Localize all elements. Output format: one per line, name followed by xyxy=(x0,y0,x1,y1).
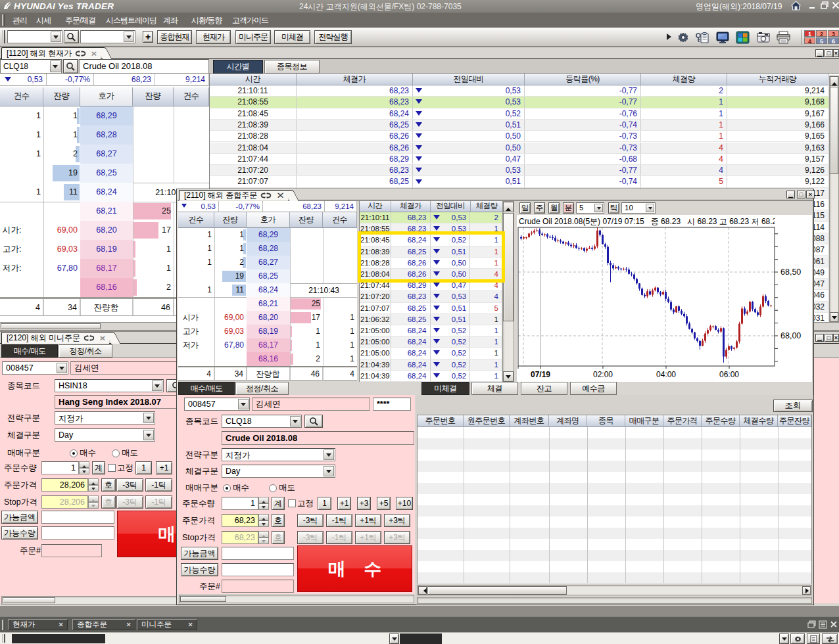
qty-preset-button[interactable]: +5 xyxy=(377,497,391,510)
scroll-left-icon[interactable] xyxy=(418,586,427,595)
chevron-down-icon[interactable] xyxy=(324,466,334,476)
tt-row-14[interactable]: 21:04:3968,240,521 xyxy=(360,371,502,382)
sell-radio[interactable]: 매도 xyxy=(269,482,295,494)
w2110-pending-hscroll-thumb[interactable] xyxy=(427,586,567,595)
quote-button[interactable]: 호 xyxy=(101,478,116,492)
order-number-field[interactable] xyxy=(41,544,102,557)
symbol-code-combo[interactable]: CLQ18 xyxy=(222,415,302,428)
spin-down-icon[interactable] xyxy=(258,503,269,510)
taskbar-grip[interactable] xyxy=(2,620,5,630)
order-qty-field[interactable]: 1 xyxy=(41,461,79,474)
toolbar-expand-icon[interactable] xyxy=(667,34,675,40)
window-2110-tab[interactable]: [2110] 해외 종합주문 ✕ xyxy=(179,190,288,200)
tt-row-1[interactable]: 21:08:5568,230,53-0,7719,168 xyxy=(210,97,829,108)
quote-button[interactable]: 호 xyxy=(272,514,285,527)
scroll-up-icon[interactable] xyxy=(503,202,514,212)
tt-row-0[interactable]: 21:10:1168,230,532 xyxy=(360,212,502,223)
qty-preset-button[interactable]: +1 xyxy=(337,497,351,510)
w2110-tab-buysell[interactable]: 매수/매도 xyxy=(178,382,235,395)
monitor-icon[interactable] xyxy=(715,31,729,43)
w2120-hscroll-thumb[interactable] xyxy=(3,597,55,603)
toolbar-button-3[interactable]: 미체결 xyxy=(274,30,310,44)
fill-type-combo[interactable]: Day xyxy=(55,428,155,442)
buy-radio[interactable]: 매수 xyxy=(70,448,96,459)
tt-row-8[interactable]: 21:07:0768,250,51-0,7459,122 xyxy=(210,176,829,187)
search-button[interactable] xyxy=(64,30,79,43)
symbol-quick-combo[interactable] xyxy=(80,30,135,43)
chevron-down-icon[interactable] xyxy=(50,60,60,72)
w1-vscroll-thumb[interactable] xyxy=(830,87,838,174)
taskbar-tab-close-icon[interactable]: × xyxy=(126,620,131,630)
hotkey-button-5[interactable]: 5 xyxy=(816,37,827,44)
spin-up-icon[interactable] xyxy=(258,497,269,503)
chart-tick-combo[interactable]: 10 xyxy=(621,202,656,214)
menu-item-0[interactable]: 관리 xyxy=(12,15,27,26)
account-name-field[interactable]: 김세연 xyxy=(252,398,370,411)
window-1120-tab[interactable]: [1120] 해외 현재가 × xyxy=(1,47,101,59)
w1-hscroll-thumb[interactable] xyxy=(1,323,101,329)
menubar-grip[interactable] xyxy=(2,14,5,25)
account-combo[interactable]: 008457 xyxy=(184,398,250,411)
home-icon[interactable] xyxy=(790,0,802,13)
window-1120-maximize-button[interactable]: □ xyxy=(825,49,833,57)
instrument-name-field[interactable]: Crude Oil 2018.08 xyxy=(222,431,414,445)
chevron-down-icon[interactable] xyxy=(290,416,300,426)
status-log-button[interactable] xyxy=(807,633,820,644)
scroll-down-icon[interactable] xyxy=(503,371,514,382)
tt-row-8[interactable]: 21:07:0768,250,515 xyxy=(360,303,502,314)
account-combo[interactable]: 008457 xyxy=(2,361,68,375)
chevron-down-icon[interactable] xyxy=(124,32,134,42)
w1-vscrollbar[interactable] xyxy=(829,76,839,322)
chevron-down-icon[interactable] xyxy=(594,204,603,212)
tt-row-9[interactable]: 21:06:3268,250,511 xyxy=(360,314,502,325)
tt-row-2[interactable]: 21:08:4568,240,52-0,7619,167 xyxy=(210,108,829,120)
window-list-icon[interactable] xyxy=(819,620,827,631)
window-2120-close-icon[interactable]: × xyxy=(99,333,105,343)
chart-minute-button[interactable]: 분 xyxy=(563,202,574,214)
toolbar-button-4[interactable]: 전략실행 xyxy=(314,30,352,44)
chevron-down-icon[interactable] xyxy=(143,413,154,423)
scroll-right-icon[interactable] xyxy=(802,586,811,595)
menu-item-1[interactable]: 시세 xyxy=(36,15,51,26)
chevron-down-icon[interactable] xyxy=(143,430,154,440)
spin-down-icon[interactable] xyxy=(258,520,269,527)
tt-row-7[interactable]: 21:07:2068,230,534 xyxy=(360,291,502,302)
tt-row-4[interactable]: 21:08:2868,260,50-0,7319,165 xyxy=(210,131,829,142)
chevron-down-icon[interactable] xyxy=(238,399,249,409)
sum-button[interactable]: 계 xyxy=(92,461,105,474)
w2110-tab-balance[interactable]: 잔고 xyxy=(521,382,567,395)
tick-button[interactable]: +1틱 xyxy=(355,514,381,527)
w2110-form-hscroll-thumb[interactable] xyxy=(180,596,226,602)
menu-item-6[interactable]: 고객가이드 xyxy=(232,15,268,26)
chart-tick-button[interactable]: 틱 xyxy=(608,202,619,214)
spin-up-icon[interactable] xyxy=(79,461,89,468)
status-settings-button[interactable] xyxy=(790,633,805,644)
spin-up-icon[interactable] xyxy=(258,514,269,520)
fill-type-combo[interactable]: Day xyxy=(222,465,335,478)
w1-tab-symbolinfo[interactable]: 종목정보 xyxy=(264,60,320,74)
order-price-field[interactable]: 28,206 xyxy=(41,478,88,492)
window-1120-close-icon[interactable]: × xyxy=(91,49,97,58)
w2120-tab-buysell[interactable]: 매수/매도 xyxy=(1,344,58,357)
taskbar-tab-1[interactable]: 종합주문× xyxy=(72,619,135,630)
menu-item-5[interactable]: 시황/동향 xyxy=(191,15,222,26)
spinner[interactable] xyxy=(79,461,89,474)
w2110-pending-hscrollbar[interactable] xyxy=(417,585,812,595)
chevron-down-icon[interactable] xyxy=(324,449,334,460)
w1-symbol-name-field[interactable]: Crude Oil 2018.08 xyxy=(79,59,209,74)
window-2120-tab[interactable]: [2120] 해외 미니주문 × xyxy=(1,332,109,344)
hotkey-button-6[interactable]: 6 xyxy=(828,37,839,44)
avail-qty-field[interactable] xyxy=(222,563,294,576)
strategy-combo[interactable]: 지정가 xyxy=(55,411,155,425)
taskbar-tab-close-icon[interactable]: × xyxy=(59,620,63,630)
chart-week-button[interactable]: 주 xyxy=(534,202,545,214)
window-2120-minimize-button[interactable]: ▁ xyxy=(815,334,824,342)
spinner[interactable] xyxy=(88,478,99,492)
order-qty-field[interactable]: 1 xyxy=(222,497,258,510)
chart-minute-combo[interactable]: 5 xyxy=(576,202,604,214)
w2110-tab-deposit[interactable]: 예수금 xyxy=(570,382,617,395)
w1-tab-timetable[interactable]: 시간별 xyxy=(213,60,263,74)
taskbar-tab-close-icon[interactable]: × xyxy=(188,620,193,630)
w2120-tab-modify[interactable]: 정정/취소 xyxy=(59,344,112,357)
tt-row-10[interactable]: 21:05:0068,240,521 xyxy=(360,325,502,336)
